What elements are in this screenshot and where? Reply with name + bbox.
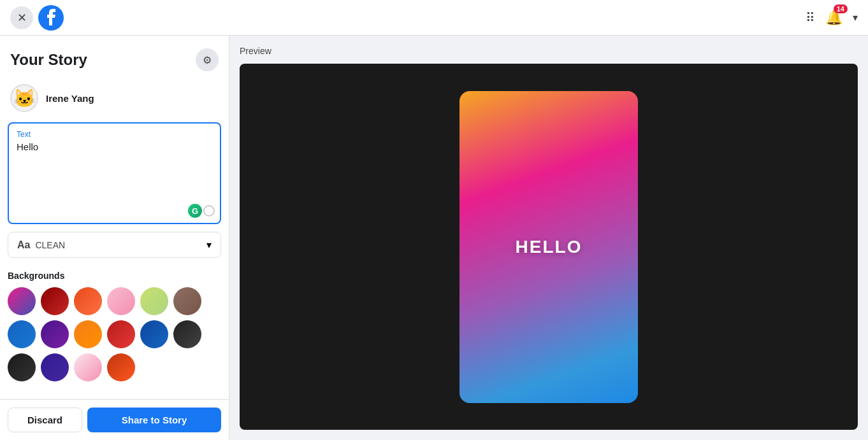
notification-badge: 14 (834, 4, 848, 13)
text-field-value[interactable]: Hello (17, 141, 212, 152)
background-swatch-bg2[interactable] (41, 287, 69, 315)
font-name: CLEAN (35, 240, 65, 250)
sidebar: Your Story ⚙ 🐱 Irene Yang Text Hello G A… (0, 36, 229, 440)
story-card: HELLO (459, 91, 638, 403)
font-selector[interactable]: Aa CLEAN ▾ (8, 232, 221, 258)
background-swatch-bg9[interactable] (74, 320, 102, 348)
background-swatch-bg12[interactable] (173, 320, 201, 348)
gear-icon: ⚙ (203, 54, 212, 66)
background-swatch-bg10[interactable] (107, 320, 135, 348)
account-menu-chevron[interactable]: ▾ (853, 11, 858, 24)
share-to-story-button[interactable]: Share to Story (87, 408, 221, 432)
font-selector-chevron: ▾ (206, 239, 212, 251)
username: Irene Yang (46, 93, 94, 104)
backgrounds-label: Backgrounds (8, 271, 221, 281)
story-preview-text: HELLO (516, 237, 582, 257)
discard-button[interactable]: Discard (8, 408, 82, 432)
background-swatch-bg16[interactable] (107, 353, 135, 381)
backgrounds-section: Backgrounds (0, 266, 229, 389)
topbar-left: ✕ (10, 5, 64, 31)
font-selector-left: Aa CLEAN (17, 239, 65, 251)
background-swatch-bg3[interactable] (74, 287, 102, 315)
sidebar-header: Your Story ⚙ (0, 36, 229, 79)
notification-bell[interactable]: 🔔 14 (825, 10, 843, 26)
preview-area: Preview HELLO (229, 36, 868, 440)
page-title: Your Story (10, 51, 87, 69)
grammarly-widget: G (188, 204, 215, 218)
background-swatch-bg1[interactable] (8, 287, 36, 315)
background-swatch-bg8[interactable] (41, 320, 69, 348)
background-swatch-bg11[interactable] (140, 320, 168, 348)
grammarly-indicator (203, 205, 215, 216)
background-swatch-bg13[interactable] (8, 353, 36, 381)
background-swatch-bg5[interactable] (140, 287, 168, 315)
background-swatch-bg4[interactable] (107, 287, 135, 315)
topbar-right: ⠿ 🔔 14 ▾ (806, 10, 858, 26)
settings-button[interactable]: ⚙ (196, 48, 219, 71)
background-swatches (8, 287, 221, 381)
text-input-area[interactable]: Text Hello G (8, 122, 221, 224)
avatar-image: 🐱 (13, 88, 36, 109)
background-swatch-bg7[interactable] (8, 320, 36, 348)
font-aa-label: Aa (17, 239, 30, 251)
background-swatch-bg15[interactable] (74, 353, 102, 381)
avatar: 🐱 (10, 84, 38, 112)
background-swatch-bg14[interactable] (41, 353, 69, 381)
main-layout: Your Story ⚙ 🐱 Irene Yang Text Hello G A… (0, 36, 868, 440)
facebook-logo (38, 5, 64, 31)
background-swatch-bg6[interactable] (173, 287, 201, 315)
user-row: 🐱 Irene Yang (0, 79, 229, 122)
preview-canvas: HELLO (240, 64, 858, 430)
text-field-label: Text (17, 130, 212, 139)
grammarly-logo: G (188, 204, 202, 218)
grid-icon[interactable]: ⠿ (806, 10, 815, 25)
close-icon: ✕ (17, 11, 27, 25)
close-button[interactable]: ✕ (10, 6, 33, 29)
sidebar-footer: Discard Share to Story (0, 399, 229, 440)
topbar: ✕ ⠿ 🔔 14 ▾ (0, 0, 868, 36)
preview-label: Preview (240, 46, 858, 56)
